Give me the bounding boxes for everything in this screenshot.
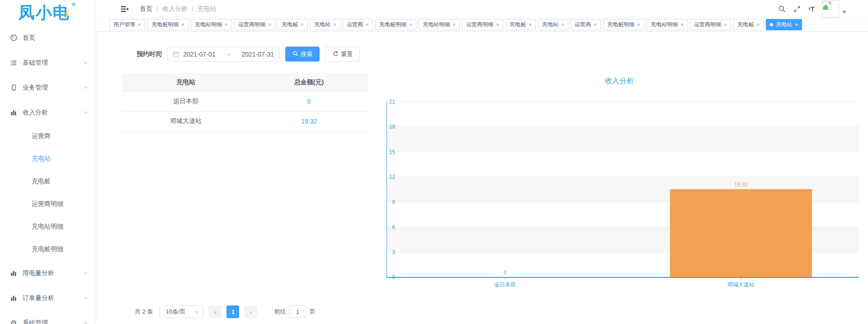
tab-7[interactable]: 充电桩明细× xyxy=(375,19,416,30)
date-end-value[interactable]: 2021-07-31 xyxy=(241,51,274,58)
sidebar-item-operator[interactable]: 运营商 xyxy=(0,125,94,148)
close-icon[interactable]: × xyxy=(561,22,564,28)
bar-value-label: 0 xyxy=(504,269,507,276)
filter-label: 预约时间 xyxy=(137,50,162,58)
close-icon[interactable]: × xyxy=(496,22,499,28)
tab-10[interactable]: 充电桩× xyxy=(505,19,536,30)
tab-6[interactable]: 运营商× xyxy=(343,19,373,30)
sidebar-item-home[interactable]: 首页 xyxy=(0,25,94,50)
sidebar-item-income-analysis[interactable]: 收入分析 xyxy=(0,100,94,125)
sidebar-item-charging-station[interactable]: 充电站 xyxy=(0,148,94,170)
search-icon[interactable] xyxy=(778,5,786,13)
tab-11[interactable]: 充电站× xyxy=(538,19,568,30)
breadcrumb-separator: / xyxy=(192,5,193,13)
reset-button-label: 重置 xyxy=(341,50,353,58)
close-icon[interactable]: × xyxy=(528,22,532,28)
chart-panel: 收入分析 0369121518210追日本部19.32邓城大道站 xyxy=(375,73,863,324)
tab-13[interactable]: 充电桩明细× xyxy=(603,19,644,30)
chevron-down-icon xyxy=(83,295,88,300)
split-band xyxy=(387,126,859,151)
close-icon[interactable]: × xyxy=(138,22,141,28)
close-icon[interactable]: × xyxy=(795,22,798,28)
next-page-button[interactable]: › xyxy=(244,305,258,318)
close-icon[interactable]: × xyxy=(225,22,228,28)
amount-link[interactable]: 19.32 xyxy=(301,118,317,125)
sidebar-item-power-analysis[interactable]: 用电量分析 xyxy=(0,261,94,286)
tab-label: 充电桩明细 xyxy=(379,21,406,29)
sidebar-item-pile-detail[interactable]: 充电桩明细 xyxy=(0,238,94,261)
close-icon[interactable]: × xyxy=(366,22,369,28)
page-size-value: 10条/页 xyxy=(165,308,185,316)
table-row: 追日本部0 xyxy=(122,91,368,111)
close-icon[interactable]: × xyxy=(680,22,684,28)
font-size-icon[interactable]: тT xyxy=(808,5,815,13)
breadcrumb-item[interactable]: 首页 xyxy=(140,5,152,13)
date-separator: - xyxy=(216,51,242,58)
tab-15[interactable]: 运营商明细× xyxy=(690,19,731,30)
y-axis-label: 3 xyxy=(382,249,395,256)
table-row: 邓城大道站19.32 xyxy=(122,111,368,131)
category-label: 追日本部 xyxy=(494,281,516,289)
bar xyxy=(670,189,811,277)
tab-9[interactable]: 运营商明细× xyxy=(462,19,503,30)
amount-cell: 0 xyxy=(250,91,368,111)
caret-down-icon[interactable] xyxy=(842,11,846,14)
page-number-button[interactable]: 1 xyxy=(226,305,239,318)
logo-registered-mark: ® xyxy=(71,2,76,7)
tab-3[interactable]: 运营商明细× xyxy=(234,19,275,30)
sidebar-item-station-detail[interactable]: 充电站明细 xyxy=(0,215,94,238)
search-button-label: 搜索 xyxy=(301,50,312,58)
tab-1[interactable]: 充电桩明细× xyxy=(147,19,189,30)
tab-14[interactable]: 充电站明细× xyxy=(646,19,688,30)
close-icon[interactable]: × xyxy=(301,22,304,28)
close-icon[interactable]: × xyxy=(268,22,271,28)
reset-button[interactable]: 重置 xyxy=(326,47,360,62)
breadcrumb: 首页/收入分析/充电站 xyxy=(140,5,217,13)
close-icon[interactable]: × xyxy=(724,22,727,28)
page-size-select[interactable]: 10条/页 xyxy=(160,305,203,318)
chevron-down-icon xyxy=(83,60,88,65)
hamburger-icon[interactable] xyxy=(120,5,129,13)
sidebar-item-order-analysis[interactable]: 订单量分析 xyxy=(0,286,94,310)
lightning-icon: ⚡ xyxy=(63,9,71,19)
close-icon[interactable]: × xyxy=(181,22,184,28)
date-start-value[interactable]: 2021-07-01 xyxy=(183,51,216,58)
y-axis-label: 18 xyxy=(382,124,395,130)
tab-0[interactable]: 用户管理× xyxy=(109,19,145,30)
sidebar-item-operator-detail[interactable]: 运营商明细 xyxy=(0,193,94,215)
tab-12[interactable]: 运营商× xyxy=(571,19,601,30)
date-range-input[interactable]: 2021-07-01 - 2021-07-31 xyxy=(167,47,279,62)
close-icon[interactable]: × xyxy=(453,22,456,28)
chevron-down-icon xyxy=(83,271,88,276)
close-icon[interactable]: × xyxy=(756,22,760,28)
tab-17[interactable]: 充电站× xyxy=(766,19,802,30)
tab-4[interactable]: 充电桩× xyxy=(278,19,308,30)
sidebar-item-basic-mgmt[interactable]: 基础管理 xyxy=(0,50,94,75)
goto-page-input[interactable] xyxy=(289,305,306,318)
tab-16[interactable]: 充电桩× xyxy=(733,19,764,30)
close-icon[interactable]: × xyxy=(637,22,640,28)
amount-link[interactable]: 0 xyxy=(307,98,311,105)
mobile-icon xyxy=(9,84,18,92)
close-icon[interactable]: × xyxy=(333,22,336,28)
close-icon[interactable]: × xyxy=(409,22,412,28)
sidebar-item-label: 基础管理 xyxy=(23,59,48,67)
breadcrumb-item[interactable]: 收入分析 xyxy=(162,5,188,13)
chevron-down-icon xyxy=(83,320,88,324)
tab-5[interactable]: 充电站× xyxy=(310,19,340,30)
sidebar-item-system-mgmt[interactable]: ⚙系统管理 xyxy=(0,310,94,324)
sidebar-item-label: 收入分析 xyxy=(23,109,48,117)
prev-page-button[interactable]: ‹ xyxy=(208,305,222,318)
search-button[interactable]: 搜索 xyxy=(285,47,320,62)
broken-image-icon xyxy=(823,1,831,12)
tab-8[interactable]: 充电站明细× xyxy=(419,19,460,30)
header-actions: тT xyxy=(770,0,868,18)
tab-label: 运营商明细 xyxy=(238,21,265,29)
fullscreen-icon[interactable] xyxy=(793,5,801,13)
avatar[interactable] xyxy=(822,0,839,18)
tab-2[interactable]: 充电站明细× xyxy=(191,19,232,30)
close-icon[interactable]: × xyxy=(594,22,597,28)
sidebar-item-charging-pile[interactable]: 充电桩 xyxy=(0,170,94,193)
tab-label: 用户管理 xyxy=(113,21,135,29)
sidebar-item-business-mgmt[interactable]: 业务管理 xyxy=(0,75,94,100)
